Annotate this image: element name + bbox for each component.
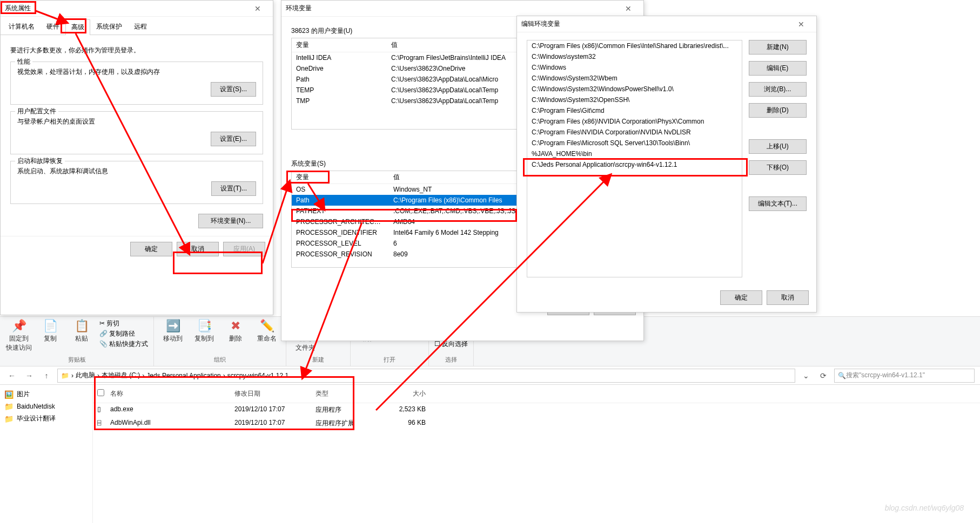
- back-button[interactable]: ←: [5, 369, 18, 382]
- paste-button[interactable]: 📋粘贴: [68, 319, 95, 343]
- file-row[interactable]: ▯adb.exe2019/12/10 17:07应用程序2,523 KB: [93, 403, 980, 417]
- path-row[interactable]: C:\Jeds Personal Application\scrcpy-win6…: [527, 159, 742, 170]
- sysprops-title: 系统属性: [5, 4, 247, 13]
- path-row[interactable]: C:\Program Files\Microsoft SQL Server\13…: [527, 138, 742, 148]
- organize-label: 组织: [214, 356, 226, 364]
- sysprops-tabs: 计算机名硬件高级系统保护远程: [1, 17, 273, 35]
- movedown-button[interactable]: 下移(O): [749, 160, 807, 175]
- cancel-button[interactable]: 取消: [767, 290, 809, 305]
- startup-settings-button[interactable]: 设置(T)...: [211, 181, 256, 196]
- path-row[interactable]: C:\Program Files\Git\cmd: [527, 105, 742, 116]
- userprofile-group: 用户配置文件 与登录帐户相关的桌面设置 设置(E)...: [10, 111, 263, 154]
- close-icon[interactable]: ✕: [247, 4, 269, 13]
- clipboard-label: 剪贴板: [68, 356, 86, 364]
- nav-thesis[interactable]: 📁毕业设计翻译: [2, 412, 90, 425]
- apply-button[interactable]: 应用(A): [223, 242, 265, 256]
- new-label: 新建: [312, 356, 324, 364]
- tab-3[interactable]: 系统保护: [90, 19, 128, 35]
- delete-button[interactable]: 删除(D): [749, 103, 807, 118]
- path-row[interactable]: C:\Windows\System32\WindowsPowerShell\v1…: [527, 84, 742, 94]
- cancel-button[interactable]: 取消: [177, 242, 219, 256]
- path-row[interactable]: C:\Program Files (x86)\Common Files\Inte…: [527, 40, 742, 51]
- refresh-button[interactable]: ⟳: [817, 369, 830, 382]
- perf-settings-button[interactable]: 设置(S)...: [211, 82, 256, 97]
- nav-pictures[interactable]: 🖼️图片: [2, 388, 90, 400]
- path-row[interactable]: %JAVA_HOME%\bin: [527, 148, 742, 159]
- pin-button[interactable]: 📌固定到 快速访问: [5, 319, 32, 352]
- close-icon[interactable]: ✕: [617, 4, 639, 13]
- path-row[interactable]: C:\Program Files\NVIDIA Corporation\NVID…: [527, 127, 742, 138]
- nav-pane: 🖼️图片 📁BaiduNetdisk 📁毕业设计翻译: [0, 385, 93, 523]
- path-row[interactable]: C:\Windows\System32\Wbem: [527, 73, 742, 84]
- open-label: 打开: [384, 356, 395, 364]
- file-row[interactable]: ⌸AdbWinApi.dll2019/12/10 17:07应用程序扩展96 K…: [93, 417, 980, 430]
- browse-button[interactable]: 浏览(B)...: [749, 82, 807, 97]
- selectall-checkbox[interactable]: [97, 389, 104, 396]
- dropdown-button[interactable]: ⌄: [800, 369, 813, 382]
- nav-baidu[interactable]: 📁BaiduNetdisk: [2, 400, 90, 412]
- edit-button[interactable]: 编辑(E): [749, 61, 807, 76]
- up-button[interactable]: ↑: [40, 369, 53, 382]
- new-button[interactable]: 新建(N): [749, 40, 807, 55]
- breadcrumb[interactable]: 📁› 此电脑› 本地磁盘 (C:)› Jeds Personal Applica…: [57, 369, 795, 383]
- moveup-button[interactable]: 上移(U): [749, 139, 807, 154]
- address-bar: ← → ↑ 📁› 此电脑› 本地磁盘 (C:)› Jeds Personal A…: [0, 366, 980, 385]
- close-icon[interactable]: ✕: [790, 20, 812, 29]
- watermark: blog.csdn.net/wq6ylg08: [885, 504, 964, 512]
- ok-button[interactable]: 确定: [130, 242, 172, 256]
- copypath-button[interactable]: 🔗 复制路径: [99, 329, 148, 338]
- sysprops-lead: 要进行大多数更改，你必须作为管理员登录。: [10, 46, 263, 55]
- copyto-button[interactable]: 📑复制到: [191, 319, 218, 343]
- rename-button[interactable]: ✏️重命名: [253, 319, 280, 343]
- perf-group: 性能 视觉效果，处理器计划，内存使用，以及虚拟内存 设置(S)...: [10, 62, 263, 105]
- editenv-title: 编辑环境变量: [521, 19, 790, 29]
- ok-button[interactable]: 确定: [720, 290, 762, 305]
- startup-group: 启动和故障恢复 系统启动、系统故障和调试信息 设置(T)...: [10, 161, 263, 204]
- select-label: 选择: [445, 356, 457, 364]
- search-input[interactable]: 🔍 搜索"scrcpy-win64-v1.12.1": [834, 369, 975, 383]
- copy-button[interactable]: 📄复制: [37, 319, 64, 343]
- tab-4[interactable]: 远程: [128, 19, 153, 35]
- system-properties-dialog: 系统属性 ✕ 计算机名硬件高级系统保护远程 要进行大多数更改，你必须作为管理员登…: [0, 0, 273, 315]
- path-row[interactable]: C:\Windows\system32: [527, 51, 742, 62]
- path-row[interactable]: C:\Windows\System32\OpenSSH\: [527, 94, 742, 105]
- userprofile-settings-button[interactable]: 设置(E)...: [211, 132, 256, 146]
- forward-button[interactable]: →: [23, 369, 36, 382]
- path-list[interactable]: C:\Program Files (x86)\Common Files\Inte…: [527, 40, 742, 277]
- tab-0[interactable]: 计算机名: [3, 19, 41, 35]
- file-header: 名称 修改日期 类型 大小: [93, 385, 980, 403]
- path-row[interactable]: C:\Windows: [527, 62, 742, 73]
- explorer-window: 📌固定到 快速访问 📄复制 📋粘贴 ✂ 剪切 🔗 复制路径 📎 粘贴快捷方式 剪…: [0, 316, 980, 523]
- edit-env-dialog: 编辑环境变量 ✕ C:\Program Files (x86)\Common F…: [516, 16, 817, 313]
- delete-button[interactable]: ✖删除: [222, 319, 249, 343]
- moveto-button[interactable]: ➡️移动到: [159, 319, 186, 343]
- envvars-title: 环境变量: [286, 4, 617, 13]
- cut-button[interactable]: ✂ 剪切: [99, 319, 148, 328]
- tab-2[interactable]: 高级: [65, 19, 90, 35]
- env-vars-button[interactable]: 环境变量(N)...: [198, 214, 263, 228]
- edittext-button[interactable]: 编辑文本(T)...: [749, 196, 807, 211]
- tab-1[interactable]: 硬件: [41, 19, 65, 35]
- pasteshortcut-button[interactable]: 📎 粘贴快捷方式: [99, 339, 148, 349]
- path-row[interactable]: C:\Program Files (x86)\NVIDIA Corporatio…: [527, 116, 742, 127]
